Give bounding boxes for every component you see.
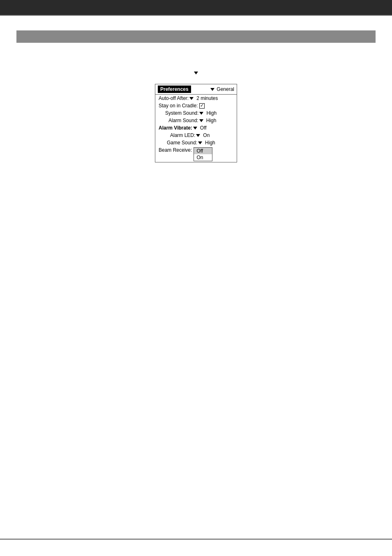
alarm-sound-value: High <box>206 118 217 123</box>
pref-row-autooff: Auto-off After: 2 minutes <box>155 95 237 102</box>
chevron-area <box>16 69 376 76</box>
alarm-vibrate-chevron-icon <box>193 127 197 130</box>
section-header <box>16 30 376 43</box>
alarm-led-dropdown[interactable]: On <box>195 132 210 138</box>
alarm-led-chevron-icon <box>196 134 200 137</box>
alarm-sound-label: Alarm Sound: <box>168 118 198 123</box>
beam-option-on[interactable]: On <box>194 154 212 161</box>
preferences-panel: Preferences General Auto-off After: 2 mi… <box>155 84 237 162</box>
beam-receive-label: Beam Receive: <box>159 147 192 153</box>
content-area: Preferences General Auto-off After: 2 mi… <box>0 22 392 179</box>
beam-option-off[interactable]: Off <box>194 148 212 154</box>
pref-category-dropdown[interactable]: General <box>210 86 234 92</box>
game-sound-chevron-icon <box>198 141 202 144</box>
alarm-sound-chevron-icon <box>199 119 203 122</box>
top-divider <box>0 15 392 16</box>
system-sound-chevron-icon <box>199 112 203 115</box>
autooff-chevron-icon <box>189 97 194 100</box>
pref-row-game-sound: Game Sound: High <box>155 139 237 146</box>
pref-row-cradle: Stay on in Cradle: <box>155 102 237 109</box>
cradle-label: Stay on in Cradle: <box>159 103 198 109</box>
pref-row-beam-receive: Beam Receive: Off On <box>155 146 237 162</box>
preferences-title: Preferences <box>158 86 191 93</box>
system-sound-dropdown[interactable]: High <box>198 110 217 116</box>
pref-category-label: General <box>217 86 234 92</box>
autooff-label: Auto-off After: <box>159 95 189 101</box>
spacer-2 <box>16 56 376 61</box>
alarm-vibrate-dropdown[interactable]: Off <box>192 125 207 131</box>
alarm-vibrate-label: Alarm Vibrate: <box>159 125 192 131</box>
spacer-3 <box>16 61 376 66</box>
game-sound-dropdown[interactable]: High <box>197 140 215 146</box>
system-sound-value: High <box>206 110 217 116</box>
pref-row-alarm-vibrate: Alarm Vibrate: Off <box>155 124 237 132</box>
alarm-vibrate-value: Off <box>200 125 207 131</box>
alarm-sound-dropdown[interactable]: High <box>198 118 217 123</box>
autooff-value: 2 minutes <box>196 95 218 101</box>
system-sound-label: System Sound: <box>165 110 198 116</box>
alarm-led-value: On <box>203 132 210 138</box>
autooff-dropdown[interactable]: 2 minutes <box>189 95 218 101</box>
spacer-1 <box>16 51 376 56</box>
bottom-divider <box>0 539 392 540</box>
beam-receive-dropdown-popup: Off On <box>194 147 212 161</box>
top-bar <box>0 0 392 15</box>
pref-row-alarm-led: Alarm LED: On <box>155 132 237 139</box>
game-sound-value: High <box>205 140 215 146</box>
cradle-checkbox[interactable] <box>199 103 205 109</box>
game-sound-label: Game Sound: <box>167 140 197 146</box>
pref-header-row: Preferences General <box>155 84 237 95</box>
alarm-led-label: Alarm LED: <box>170 132 195 138</box>
category-chevron-icon <box>210 88 214 91</box>
pref-row-alarm-sound: Alarm Sound: High <box>155 117 237 124</box>
pref-row-system-sound: System Sound: High <box>155 109 237 117</box>
chevron-down-icon <box>194 72 198 74</box>
